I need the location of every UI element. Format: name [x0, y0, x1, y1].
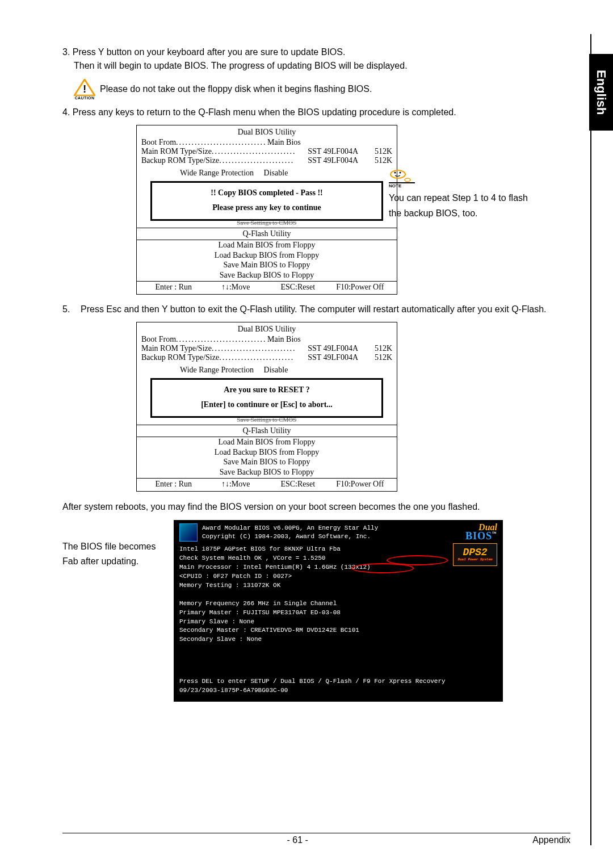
- bios1-menu: Load Main BIOS from Floppy Load Backup B…: [137, 240, 397, 281]
- bios2-backrom-val: SST 49LF004A: [308, 353, 358, 362]
- spacer: [358, 335, 392, 344]
- dots: ........................................…: [176, 335, 265, 344]
- bios1-message-box: !! Copy BIOS completed - Pass !! Please …: [150, 181, 383, 221]
- bios2-obscured-line: Save Settings to CMOS: [141, 416, 392, 423]
- page-number: - 61 -: [287, 835, 308, 845]
- boot-line8: Primary Master : FUJITSU MPE3170AT ED-03…: [179, 609, 497, 618]
- bios2-mainrom-size: 512K: [358, 344, 392, 353]
- svg-point-2: [391, 170, 405, 178]
- step-4: 4. Press any keys to return to the Q-Fla…: [62, 106, 585, 119]
- bios1-foot-reset: ESC:Reset: [267, 283, 329, 292]
- bios2-menu-2[interactable]: Save Main BIOS to Floppy: [137, 457, 397, 467]
- bios1-menu-1[interactable]: Load Backup BIOS from Floppy: [137, 250, 397, 261]
- boot-side-note: The BIOS file becomes Fab after updating…: [62, 520, 159, 568]
- caution-icon: ! CAUTION: [74, 78, 95, 100]
- boot-line4: <CPUID : 0F27 Patch ID : 0027>: [179, 572, 497, 581]
- bios1-bootfrom-val: Main Bios: [267, 138, 358, 147]
- bios1-mainrom-lbl: Main ROM Type/Size: [141, 147, 212, 156]
- bios1-mainrom-size: 512K: [358, 147, 392, 156]
- boot-line2b: VCore = 1.5250: [273, 555, 325, 561]
- bios1-backrom-size: 512K: [358, 156, 392, 165]
- svg-point-5: [405, 178, 410, 182]
- highlight-ellipse-2: [351, 563, 414, 573]
- bios1-wrp-val: Disable: [264, 169, 288, 177]
- bios1-menu-2[interactable]: Save Main BIOS to Floppy: [137, 260, 397, 270]
- svg-text:!: !: [83, 83, 86, 95]
- bios1-qflash-title: Q-Flash Utility: [137, 228, 397, 240]
- caution-row: ! CAUTION Please do not take out the flo…: [74, 78, 585, 100]
- bios1-foot-power: F10:Power Off: [329, 283, 392, 292]
- bios1-foot-run: Enter : Run: [142, 283, 205, 292]
- bios2-message-box: Are you sure to RESET ? [Enter] to conti…: [150, 378, 383, 418]
- step-5-text: Press Esc and then Y button to exit the …: [81, 303, 585, 316]
- epa-logo-icon: [179, 523, 198, 542]
- dps2-logo: DPS2 Dual Power System: [453, 543, 497, 566]
- bios1-bootfrom-lbl: Boot From: [141, 138, 176, 147]
- bios2-menu: Load Main BIOS from Floppy Load Backup B…: [137, 437, 397, 478]
- bios2-foot-move: ↑↓:Move: [205, 480, 267, 489]
- bios2-qflash-title: Q-Flash Utility: [137, 425, 397, 437]
- bios2-menu-1[interactable]: Load Backup BIOS from Floppy: [137, 447, 397, 458]
- page-footer: - 61 - Appendix: [62, 833, 570, 845]
- bios2-wrp-val: Disable: [264, 366, 288, 374]
- bios1-backrom-lbl: Backup ROM Type/Size: [141, 156, 219, 165]
- bios2-msg-body: [Enter] to continure or [Esc] to abort..…: [157, 400, 377, 409]
- bios2-backrom-lbl: Backup ROM Type/Size: [141, 353, 219, 362]
- bios1-obscured-line: Save Settings to CMOS: [141, 219, 392, 227]
- boot-line1a: Intel i875P AGPset BIOS for: [179, 546, 280, 552]
- bios1-msg-title: !! Copy BIOS completed - Pass !!: [157, 188, 377, 198]
- step-3: 3. Press Y button on your keyboard after…: [62, 45, 585, 73]
- bios2-msg-title: Are you sure to RESET ?: [157, 385, 377, 395]
- bios1-mainrom-val: SST 49LF004A: [308, 147, 358, 156]
- bios1-foot-move: ↑↓:Move: [205, 283, 267, 292]
- dots: ........................: [219, 353, 308, 362]
- note-label: NOTE: [389, 183, 415, 188]
- dots: ...........................: [212, 147, 308, 156]
- bios1-backrom-val: SST 49LF004A: [308, 156, 358, 165]
- boot-line10: Secondary Master : CREATIVEDVD-RM DVD124…: [179, 626, 497, 635]
- after-reboot-text: After system reboots, you may find the B…: [62, 502, 585, 512]
- boot-footer-2: 09/23/2003-i875P-6A79BG03C-00: [179, 686, 497, 695]
- bios2-title: Dual BIOS Utility: [141, 325, 392, 334]
- boot-line1b: 8KNXP Ultra Fba: [284, 546, 341, 552]
- boot-footer-1: Press DEL to enter SETUP / Dual BIOS / Q…: [179, 677, 497, 686]
- svg-point-4: [400, 172, 401, 174]
- bios2-mainrom-val: SST 49LF004A: [308, 344, 358, 353]
- step-3-line2: Then it will begin to update BIOS. The p…: [62, 59, 585, 73]
- note-1: NOTE You can repeat Step 1 to 4 to flash…: [389, 167, 542, 221]
- right-page-border: [590, 34, 591, 845]
- bios2-bootfrom-lbl: Boot From: [141, 335, 176, 344]
- dual-bios-logo: Dual BIOS™: [453, 523, 497, 541]
- note-1-text: You can repeat Step 1 to 4 to flash the …: [389, 190, 542, 221]
- boot-line2a: Check System Health OK ,: [179, 555, 269, 561]
- bios1-menu-0[interactable]: Load Main BIOS from Floppy: [137, 240, 397, 250]
- bios2-menu-0[interactable]: Load Main BIOS from Floppy: [137, 437, 397, 447]
- boot-line11: Secondary Slave : None: [179, 635, 497, 644]
- bios2-foot-power: F10:Power Off: [329, 480, 392, 489]
- dps-logo-top: DPS2: [463, 547, 487, 557]
- bios1-title: Dual BIOS Utility: [141, 128, 392, 137]
- boot-screen: Award Modular BIOS v6.00PG, An Energy St…: [174, 520, 503, 702]
- dots: ........................: [219, 156, 308, 165]
- bios1-footer: Enter : Run ↑↓:Move ESC:Reset F10:Power …: [137, 281, 397, 294]
- boot-line5: Memory Testing : 131072K OK: [179, 581, 497, 590]
- bios1-msg-body: Please press any key to continue: [157, 203, 377, 212]
- bios2-menu-3[interactable]: Save Backup BIOS to Floppy: [137, 467, 397, 477]
- dual-logo-bot: BIOS: [465, 530, 492, 542]
- bios1-menu-3[interactable]: Save Backup BIOS to Floppy: [137, 270, 397, 280]
- bios2-wrp-lbl: Wide Range Protection: [180, 366, 254, 374]
- section-name: Appendix: [532, 835, 570, 845]
- bios1-wrp-lbl: Wide Range Protection: [180, 169, 254, 177]
- bios2-foot-run: Enter : Run: [142, 480, 205, 489]
- bios2-bootfrom-val: Main Bios: [267, 335, 358, 344]
- caution-text: Please do not take out the floppy disk w…: [100, 84, 372, 94]
- bios-panel-1: Dual BIOS Utility Boot From ............…: [136, 125, 397, 295]
- dots: ........................................…: [176, 138, 265, 147]
- dps-logo-sub: Dual Power System: [456, 557, 493, 561]
- step-3-line1: Press Y button on your keyboard after yo…: [73, 47, 346, 57]
- step-5: 5. Press Esc and then Y button to exit t…: [62, 303, 585, 316]
- note-icon: NOTE: [389, 167, 415, 188]
- bios2-backrom-size: 512K: [358, 353, 392, 362]
- step-5-num: 5.: [62, 303, 81, 316]
- dots: ...........................: [212, 344, 308, 353]
